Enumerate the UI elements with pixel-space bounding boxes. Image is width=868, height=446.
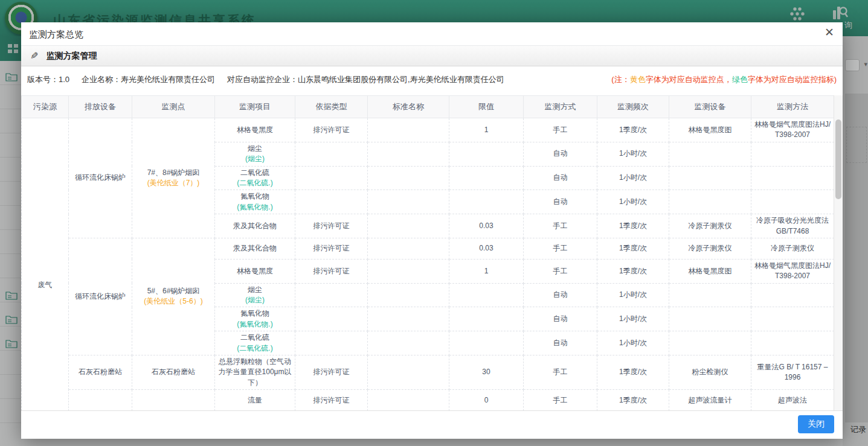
info-row: 版本号：1.0 企业名称：寿光美伦纸业有限责任公司 对应自动监控企业：山东晨鸣纸… [21, 66, 843, 95]
table-cell: 自动 [524, 166, 597, 190]
table-cell [669, 166, 751, 190]
table-cell [368, 283, 449, 307]
table-scrollbar[interactable] [834, 95, 843, 411]
table-scrollbar-thumb[interactable] [835, 119, 841, 199]
table-cell [449, 142, 524, 166]
table-cell [368, 118, 449, 142]
table-cell [751, 190, 834, 214]
note-part-green: 绿色 [732, 75, 748, 84]
table-cell: 手工 [524, 238, 597, 259]
table-cell: 循环流化床锅炉 [69, 238, 132, 355]
table-cell [751, 166, 834, 190]
table-cell: 自动 [524, 190, 597, 214]
column-header: 标准名称 [368, 96, 449, 118]
plan-table-body: 废气循环流化床锅炉7#、8#锅炉烟囱(美伦纸业（7）)林格曼黑度排污许可证1手工… [22, 118, 834, 412]
column-header: 监测项目 [215, 96, 295, 118]
section-title: 监测方案管理 [46, 51, 97, 62]
close-button[interactable]: 关闭 [798, 415, 834, 433]
table-cell: 7#、8#锅炉烟囱(美伦纸业（7）) [132, 118, 215, 238]
table-cell: 超声波流量计 [669, 390, 751, 411]
table-cell: 烟尘(烟尘) [215, 283, 295, 307]
table-cell [449, 283, 524, 307]
table-row: 废气循环流化床锅炉7#、8#锅炉烟囱(美伦纸业（7）)林格曼黑度排污许可证1手工… [22, 118, 834, 142]
table-cell: 冷原子测汞仪 [751, 238, 834, 259]
table-cell: 二氧化硫(二氧化硫.) [215, 166, 295, 190]
table-cell: 排污许可证 [295, 259, 368, 283]
table-cell [295, 283, 368, 307]
table-cell: 自动 [524, 331, 597, 355]
table-cell: 0.03 [449, 214, 524, 238]
table-cell [295, 307, 368, 331]
column-header: 排放设备 [69, 96, 132, 118]
table-cell: 重量法G B/ T 16157 – 1996 [751, 355, 834, 390]
table-cell [669, 307, 751, 331]
table-cell [669, 331, 751, 355]
table-cell [69, 390, 132, 411]
table-cell: 总悬浮颗粒物（空气动力学当量直径100μm以下） [215, 355, 295, 390]
column-header: 监测方法 [751, 96, 834, 118]
table-cell: 1小时/次 [597, 307, 669, 331]
table-cell [295, 190, 368, 214]
modal-footer: 关闭 [21, 411, 843, 439]
plan-table: 污染源排放设备监测点监测项目依据类型标准名称限值监测方式监测频次监测设备监测方法… [21, 95, 834, 411]
table-cell: 林格曼黑度 [215, 259, 295, 283]
table-cell: 1季度/次 [597, 118, 669, 142]
table-cell: 1小时/次 [597, 142, 669, 166]
table-cell [368, 331, 449, 355]
column-header: 监测设备 [669, 96, 751, 118]
monitoring-plan-modal: 监测方案总览 ✕ ✎ 监测方案管理 版本号：1.0 企业名称：寿光美伦纸业有限责… [21, 22, 843, 439]
close-icon[interactable]: ✕ [825, 27, 834, 38]
table-cell [295, 142, 368, 166]
table-cell: 1季度/次 [597, 238, 669, 259]
table-row: 流量排污许可证0手工1季度/次超声波流量计超声波法 [22, 390, 834, 411]
table-cell: 排污许可证 [295, 355, 368, 390]
table-cell: 自动 [524, 142, 597, 166]
table-cell [368, 390, 449, 411]
table-cell: 1小时/次 [597, 331, 669, 355]
table-cell: 林格曼黑度图 [669, 118, 751, 142]
table-cell: 二氧化硫(二氧化硫.) [215, 331, 295, 355]
table-cell: 手工 [524, 214, 597, 238]
section-bar: ✎ 监测方案管理 [21, 46, 843, 66]
table-cell: 1 [449, 259, 524, 283]
table-cell: 1小时/次 [597, 190, 669, 214]
table-cell: 循环流化床锅炉 [69, 118, 132, 238]
table-cell: 流量 [215, 390, 295, 411]
table-cell: 0.03 [449, 238, 524, 259]
table-cell: 30 [449, 355, 524, 390]
table-cell: 1季度/次 [597, 355, 669, 390]
table-cell [295, 331, 368, 355]
table-cell [669, 142, 751, 166]
table-cell: 超声波法 [751, 390, 834, 411]
column-header: 监测点 [132, 96, 215, 118]
table-cell: 氮氧化物(氮氧化物.) [215, 190, 295, 214]
table-cell [751, 307, 834, 331]
plan-table-header-row: 污染源排放设备监测点监测项目依据类型标准名称限值监测方式监测频次监测设备监测方法 [22, 96, 834, 118]
company-text: 企业名称：寿光美伦纸业有限责任公司 [82, 74, 215, 85]
auto-company-text: 对应自动监控企业：山东晨鸣纸业集团股份有限公司,寿光美伦纸业有限责任公司 [227, 74, 504, 85]
table-cell: 排污许可证 [295, 390, 368, 411]
note-part: 字体为对应自动监控指标) [748, 75, 837, 84]
table-cell [449, 307, 524, 331]
table-cell: 石灰石粉磨站 [69, 355, 132, 390]
table-cell [449, 331, 524, 355]
table-cell [368, 142, 449, 166]
table-cell [751, 331, 834, 355]
table-cell: 林格曼黑度图 [669, 259, 751, 283]
note-part: (注： [611, 75, 629, 84]
table-cell: 冷原子测汞仪 [669, 214, 751, 238]
table-cell [368, 190, 449, 214]
table-cell [449, 166, 524, 190]
table-cell: 0 [449, 390, 524, 411]
table-cell: 林格曼黑度 [215, 118, 295, 142]
table-cell: 排污许可证 [295, 118, 368, 142]
column-header: 限值 [449, 96, 524, 118]
table-cell [368, 166, 449, 190]
table-cell: 手工 [524, 390, 597, 411]
table-cell [368, 355, 449, 390]
table-row: 石灰石粉磨站石灰石粉磨站总悬浮颗粒物（空气动力学当量直径100μm以下）排污许可… [22, 355, 834, 390]
note-part: 字体为对应自动监控点， [646, 75, 732, 84]
modal-header: 监测方案总览 ✕ [21, 22, 843, 46]
table-cell: 粉尘检测仪 [669, 355, 751, 390]
column-header: 污染源 [22, 96, 69, 118]
